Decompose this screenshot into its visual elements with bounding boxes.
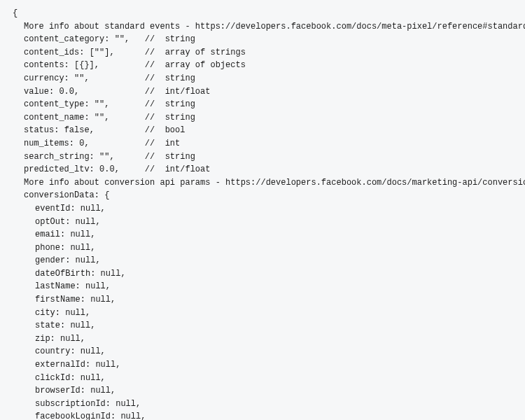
property-comment: // bool: [145, 125, 186, 135]
property-comment: // int: [145, 139, 180, 148]
property-key: value:: [24, 85, 54, 99]
conversion-field: state: null,: [13, 319, 512, 332]
property-value: "",: [99, 152, 115, 162]
property-key: content_name:: [24, 111, 90, 125]
property-value: "",: [115, 34, 130, 44]
property-line: value: 0.0, // int/float: [13, 85, 512, 99]
property-value: "",: [94, 99, 110, 109]
property-value: [{}],: [74, 60, 99, 70]
property-key: content_ids:: [24, 46, 84, 59]
property-value: false,: [64, 125, 94, 135]
code-block: { More info about standard events - http…: [13, 7, 512, 420]
property-value: [""],: [90, 48, 115, 57]
property-value: 0.0,: [99, 164, 120, 174]
property-key: currency:: [24, 72, 69, 85]
property-line: status: false, // bool: [13, 124, 512, 137]
property-value: "",: [94, 113, 110, 122]
comment-standard-events: More info about standard events - https:…: [13, 20, 512, 34]
conversion-field: facebookLoginId: null,: [13, 410, 512, 420]
conversion-field: clickId: null,: [13, 372, 512, 385]
property-key: contents:: [24, 59, 69, 72]
property-line: content_ids: [""], // array of strings: [13, 46, 512, 59]
conversion-field: zip: null,: [13, 332, 512, 346]
property-line: num_items: 0, // int: [13, 137, 512, 150]
property-value: 0.0,: [59, 87, 79, 97]
property-comment: // array of objects: [145, 60, 246, 70]
comment-conversion-api: More info about conversion api params - …: [13, 176, 512, 190]
property-key: content_category:: [24, 33, 109, 46]
property-line: search_string: "", // string: [13, 150, 512, 164]
property-comment: // string: [145, 152, 195, 162]
conversion-field: country: null,: [13, 345, 512, 358]
property-comment: // string: [145, 74, 195, 83]
brace-open: {: [13, 7, 512, 20]
conversion-field: city: null,: [13, 307, 512, 320]
property-key: num_items:: [24, 137, 74, 150]
property-comment: // string: [145, 99, 195, 109]
conversion-field: firstName: null,: [13, 293, 512, 307]
property-value: 0,: [79, 139, 89, 148]
conversion-field: dateOfBirth: null,: [13, 267, 512, 281]
property-value: "",: [74, 74, 90, 83]
property-comment: // string: [145, 34, 195, 44]
conversion-field: lastName: null,: [13, 280, 512, 293]
property-line: contents: [{}], // array of objects: [13, 59, 512, 72]
property-line: predicted_ltv: 0.0, // int/float: [13, 163, 512, 176]
conversion-data-open: conversionData: {: [13, 189, 512, 202]
conversion-field: gender: null,: [13, 254, 512, 267]
property-line: currency: "", // string: [13, 72, 512, 85]
conversion-fields-list: eventId: null,optOut: null,email: null,p…: [13, 202, 512, 420]
property-line: content_category: "", // string: [13, 33, 512, 46]
property-key: search_string:: [24, 150, 94, 164]
conversion-field: browserId: null,: [13, 384, 512, 398]
conversion-field: optOut: null,: [13, 216, 512, 229]
property-comment: // string: [145, 113, 195, 122]
property-comment: // array of strings: [145, 48, 246, 57]
property-comment: // int/float: [145, 87, 211, 97]
property-comment: // int/float: [145, 164, 211, 174]
conversion-field: eventId: null,: [13, 202, 512, 216]
property-line: content_name: "", // string: [13, 111, 512, 125]
properties-list: content_category: "", // stringcontent_i…: [13, 33, 512, 176]
conversion-field: email: null,: [13, 228, 512, 241]
conversion-field: subscriptionId: null,: [13, 398, 512, 411]
conversion-field: phone: null,: [13, 241, 512, 255]
property-key: content_type:: [24, 98, 90, 111]
conversion-field: externalId: null,: [13, 358, 512, 372]
property-key: status:: [24, 124, 59, 137]
property-key: predicted_ltv:: [24, 163, 94, 176]
property-line: content_type: "", // string: [13, 98, 512, 111]
